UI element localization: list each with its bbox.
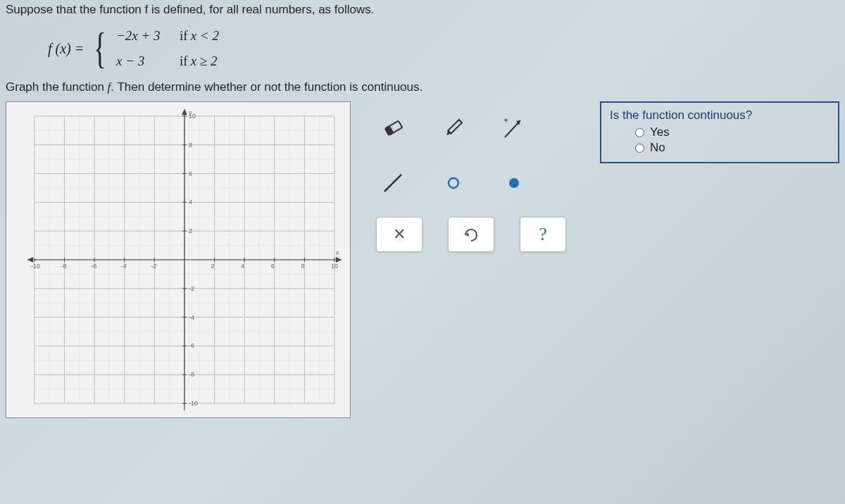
piece1-expr: −2x + 3 xyxy=(116,28,170,44)
svg-text:-6: -6 xyxy=(91,263,96,270)
svg-text:10: 10 xyxy=(331,263,338,270)
svg-text:2: 2 xyxy=(189,227,192,234)
svg-text:x: x xyxy=(336,249,339,256)
radio-icon xyxy=(635,128,644,137)
svg-text:-10: -10 xyxy=(189,400,198,407)
svg-point-94 xyxy=(449,178,458,188)
svg-text:6: 6 xyxy=(271,263,275,270)
tool-palette: + ✕ ? xyxy=(366,101,584,265)
svg-text:-8: -8 xyxy=(189,371,194,378)
eraser-tool-icon[interactable] xyxy=(372,107,414,149)
undo-icon xyxy=(461,227,481,242)
help-button[interactable]: ? xyxy=(520,217,566,252)
svg-text:6: 6 xyxy=(189,170,192,177)
svg-text:10: 10 xyxy=(189,113,196,120)
svg-text:2: 2 xyxy=(211,263,215,270)
svg-text:-4: -4 xyxy=(121,263,127,270)
option-yes[interactable]: Yes xyxy=(635,125,830,139)
svg-text:+: + xyxy=(503,115,508,125)
option-no[interactable]: No xyxy=(635,141,830,155)
clear-button[interactable]: ✕ xyxy=(376,217,423,252)
svg-text:8: 8 xyxy=(301,263,304,270)
closed-point-tool-icon[interactable] xyxy=(493,162,535,204)
svg-point-95 xyxy=(509,178,519,188)
close-icon: ✕ xyxy=(393,225,406,244)
arrow-left-icon xyxy=(27,257,33,263)
ray-tool-icon[interactable]: + xyxy=(493,107,535,149)
undo-button[interactable] xyxy=(448,217,494,252)
svg-text:-4: -4 xyxy=(189,314,194,321)
pencil-tool-icon[interactable] xyxy=(432,107,475,149)
svg-text:4: 4 xyxy=(189,199,192,206)
svg-text:-2: -2 xyxy=(189,285,194,292)
svg-marker-89 xyxy=(445,131,451,137)
svg-text:-10: -10 xyxy=(31,263,40,270)
graph-canvas[interactable]: x y -10-8-6-4-2246810-10-8-6-4-2246810 xyxy=(6,101,351,418)
instruction-text: Graph the function f. Then determine whe… xyxy=(6,80,839,94)
svg-text:4: 4 xyxy=(241,263,244,270)
function-definition: f (x) = { −2x + 3 ifx < 2 x − 3 ifx ≥ 2 xyxy=(48,28,839,69)
continuity-question: Is the function continuous? Yes No xyxy=(600,101,839,163)
piece2-expr: x − 3 xyxy=(116,53,170,69)
svg-text:-6: -6 xyxy=(189,342,194,349)
question-text: Is the function continuous? xyxy=(610,108,830,122)
left-brace-icon: { xyxy=(94,29,106,68)
svg-text:-2: -2 xyxy=(151,263,156,270)
option-yes-label: Yes xyxy=(650,125,670,139)
arrow-right-icon xyxy=(336,257,342,263)
option-no-label: No xyxy=(650,141,665,155)
radio-icon xyxy=(635,144,644,153)
arrow-up-icon xyxy=(182,109,187,115)
function-lhs: f (x) = xyxy=(48,41,84,57)
intro-text: Suppose that the function f is defined, … xyxy=(6,3,839,17)
svg-text:-8: -8 xyxy=(61,263,67,270)
coordinate-grid: x y -10-8-6-4-2246810-10-8-6-4-2246810 xyxy=(6,102,350,417)
segment-tool-icon[interactable] xyxy=(372,162,414,204)
open-point-tool-icon[interactable] xyxy=(432,162,475,204)
svg-line-93 xyxy=(384,175,401,191)
svg-text:8: 8 xyxy=(189,141,192,149)
svg-rect-88 xyxy=(448,120,462,134)
help-icon: ? xyxy=(539,224,547,245)
